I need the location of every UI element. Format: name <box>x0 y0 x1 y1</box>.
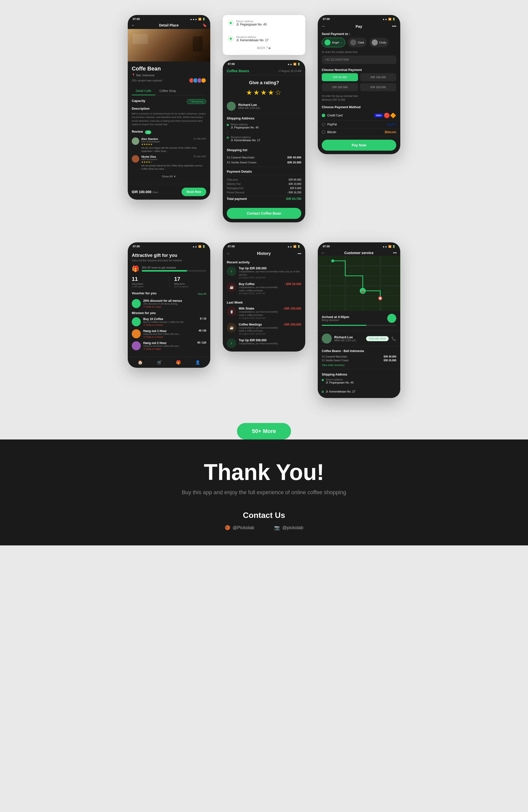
history-topup-500k: ↑ Top Up IDR 500.000 Congratulations, yo… <box>227 338 301 348</box>
method-credit-card[interactable]: Credit Card VISA 🔴🔶 <box>318 111 400 121</box>
voucher-expires-1: ⏱ Ends in 1 Days <box>143 306 206 308</box>
mission-icon-1 <box>132 317 141 326</box>
phone5-header: ← History ••• <box>223 249 305 258</box>
instagram-handle[interactable]: @pickolab <box>282 525 303 531</box>
page-wrapper: 07:00 ▲▲▲ 📶 🔋 ← Detail Place 🔖 <box>0 0 528 546</box>
tab-coffee-shop[interactable]: Coffee Shop <box>155 87 180 95</box>
shop-item-1: X1 Caramel Macchiato IDR 40.000 <box>227 155 301 160</box>
status-time-6: 07:00 <box>323 245 330 248</box>
payment-details-label: Payment Details <box>223 166 305 175</box>
tab-detail-caffe[interactable]: Detail Caffe <box>132 87 155 95</box>
phone-input-label: Or enter the number phone here <box>318 50 400 55</box>
dots-menu-5[interactable]: ••• <box>298 251 301 256</box>
delivery-progress-fill <box>322 325 367 326</box>
delivery-progress-bar <box>322 325 396 326</box>
contact-coffee-bean-button[interactable]: Contact Coffee Bean <box>227 208 301 219</box>
dots-menu-6[interactable]: ••• <box>393 251 397 255</box>
back-icon-6[interactable]: ← <box>321 251 325 255</box>
back-button[interactable]: BACK ? ▶ <box>257 46 271 50</box>
voucher-info-1: 25% discount for all menus 25% discount … <box>143 299 206 308</box>
recipient-label: Recipient address <box>236 36 269 39</box>
more-button[interactable]: 50+ More <box>237 423 291 439</box>
nav-home[interactable]: 🏠 <box>138 360 143 365</box>
dribbble-handle[interactable]: @Pickolab <box>233 525 254 531</box>
description-text: Bali is a province in Indonesia known fo… <box>132 112 206 126</box>
place-location: 📍 Bali, Indonesia <box>132 73 206 77</box>
recipient-angel[interactable]: Angel ✓ <box>322 38 345 47</box>
history-milkshake: 🥤 Milk Shake Congratulations, you have s… <box>227 307 301 319</box>
history-buy-amount-1: - IDR 20.000 <box>284 282 301 286</box>
delivery-card: Arrived at 4:50pm Being delivered <box>318 311 400 331</box>
coffee-meetings-icon: ☕ <box>227 323 236 332</box>
method-left-cc: Credit Card <box>322 114 342 117</box>
show-all[interactable]: Show All ▼ <box>132 173 206 180</box>
ship-return-addr: Return address Jl. Pegangsaan No. 45 <box>322 378 396 384</box>
svg-text:POTRERO: POTRERO <box>368 279 375 281</box>
map-svg: 🚗 MISSION SOUTH OF MARKET POTRERO HILL D… <box>318 256 400 311</box>
nav-rewards[interactable]: 🎁 <box>176 360 181 365</box>
topup-500-icon: ↑ <box>227 338 236 348</box>
recipient-cindy[interactable]: Cindy <box>369 38 389 47</box>
phone-detail-place: 07:00 ▲▲▲ 📶 🔋 ← Detail Place 🔖 <box>128 15 210 200</box>
book-now-button[interactable]: Book Now <box>182 188 206 196</box>
mission-item-3: Hang out 2 Hour 45 / 120 Hang out and dr… <box>132 341 206 350</box>
method-bitcoin[interactable]: Bitcoin ₿bitcoin <box>318 128 400 136</box>
back-icon-5[interactable]: ← <box>227 251 230 256</box>
back-icon-3[interactable]: ← <box>322 24 326 28</box>
review-item-1: Alex Stanton 31 July 2022 CEO of Bukalap… <box>132 137 206 153</box>
reviewer-role-1: CEO of Bukalapak <box>141 141 206 143</box>
pay-now-button[interactable]: Pay Now <box>322 140 396 151</box>
stat-divider <box>169 276 169 288</box>
method-left-pp: PayPal <box>322 123 337 126</box>
green-dot-return <box>230 22 232 24</box>
nominal-250k[interactable]: IDR 250.000 <box>360 83 396 91</box>
nominal-200k[interactable]: IDR 200.000 <box>322 83 358 91</box>
radio-btc <box>322 130 325 134</box>
bookmark-icon-1[interactable]: 🔖 <box>202 23 207 27</box>
mastercard-logo: 🔴🔶 <box>384 113 396 118</box>
recipient-clark[interactable]: Clark <box>348 38 367 47</box>
price-text: IDR 100.000 <box>132 190 152 194</box>
check-angel: ✓ <box>341 41 342 44</box>
delivery-avatar <box>387 314 396 323</box>
shopping-list-label: Shopping list <box>223 145 305 154</box>
mission-info-3: Hang out 2 Hour 45 / 120 Hang out and dr… <box>143 341 206 350</box>
back-icon-1[interactable]: ← <box>131 23 135 28</box>
driver-name: Richard Lee <box>334 335 363 339</box>
mission-expires-2: ⏱ Ends in 12 hours <box>143 336 206 338</box>
chat-driver-button[interactable]: Chat with driver <box>366 336 389 341</box>
order-item-1: X1 Caramel Macchiato IDR 40.000 <box>322 355 396 359</box>
nav-shop[interactable]: 🛒 <box>157 360 162 365</box>
call-icon[interactable]: 📞 <box>391 336 396 341</box>
history-buy-coffee-1: ☕ Buy Coffee Congratulations, you have s… <box>227 282 301 294</box>
order-summary-card: Coffee Beans - Bali Indonesia X1 Caramel… <box>318 346 400 369</box>
dots-menu-3[interactable]: ••• <box>392 24 396 28</box>
history-topup-desc-1: Congratulations, you have successfully m… <box>239 270 301 276</box>
history-topup-date-1: 22 August 2022, 04:00 PM <box>239 276 301 279</box>
phone4-body: Attractive gift for you Carry out the mi… <box>128 249 210 357</box>
nav-profile[interactable]: 👤 <box>195 360 200 365</box>
missions-num: 17 <box>174 276 206 282</box>
phone-input-field[interactable]: +62 81234567890 <box>322 56 396 64</box>
center-column: Return address Jl. Pegangsaan No. 45 Rec… <box>223 15 305 222</box>
mission-icon-2 <box>132 329 141 338</box>
rewards-sub: Carry out the missions and enjoy the rew… <box>132 259 206 262</box>
nominal-label: Choose Nominal Payment <box>318 67 400 73</box>
history-topup-1: ↑ Top Up IDR 200.000 Congratulations, yo… <box>227 266 301 279</box>
avatar-clark <box>350 40 356 45</box>
recent-activity-section: Recent activity ↑ Top Up IDR 200.000 Con… <box>223 258 305 294</box>
nominal-100k[interactable]: IDR 100.000 <box>360 73 396 81</box>
order-item-price-2: IDR 25.000 <box>384 359 396 362</box>
buy-icon-1: ☕ <box>227 282 236 292</box>
history-coffee-meetings: ☕ Coffee Meetings Congratulations, you h… <box>227 323 301 335</box>
recipient-addr-icon <box>228 36 234 42</box>
view-order-link[interactable]: View order summary <box>322 364 396 366</box>
nominal-50k[interactable]: IDR 50.000 <box>322 73 358 81</box>
view-all-vouchers[interactable]: View All <box>198 293 206 295</box>
milkshake-date: 17 August 2022, 08:00 AM <box>239 317 280 319</box>
arrival-sub: Being delivered <box>322 319 349 321</box>
stat-vouchers: 11 Vouchers 5 will expire <box>132 276 164 288</box>
status-time-3: 07:00 <box>323 17 330 20</box>
contact-row: 🏀 @Pickolab 📷 @pickolab <box>10 525 518 531</box>
method-paypal[interactable]: PayPal PayPal <box>318 121 400 128</box>
